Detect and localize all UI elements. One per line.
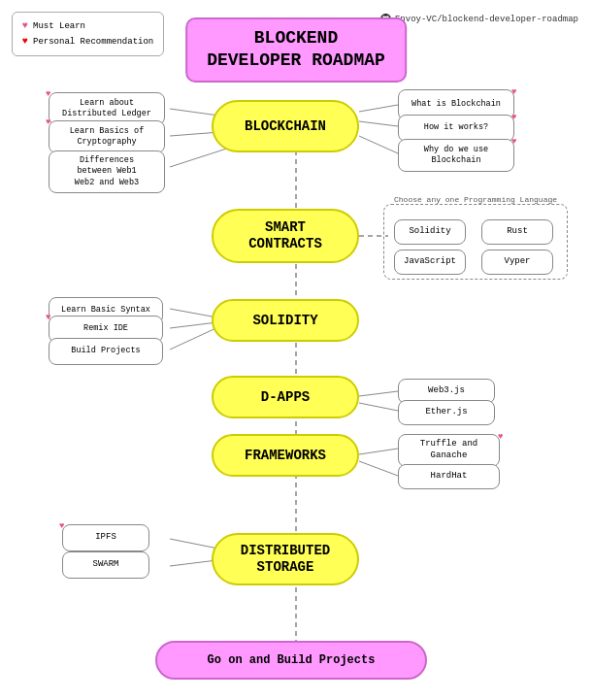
etherjs-node: Ether.js	[398, 400, 495, 425]
title-line1: BLOCKEND	[254, 28, 338, 48]
legend: ♥ Must Learn ♥ Personal Recommendation	[12, 12, 164, 56]
solidity-node: SOLIDITY	[212, 299, 359, 342]
page: ♥ Must Learn ♥ Personal Recommendation E…	[0, 0, 592, 700]
ipfs-node: IPFS	[62, 524, 149, 551]
personal-rec-label: Personal Recommendation	[33, 35, 153, 49]
how-it-works-node: How it works?	[398, 115, 514, 142]
distributed-storage-node: DISTRIBUTEDSTORAGE	[212, 533, 359, 585]
differences-node: Differencesbetween Web1Web2 and Web3	[49, 150, 165, 193]
github-label: Envoy-VC/blockend-developer-roadmap	[395, 15, 578, 24]
rust-lang-node: Rust	[481, 219, 553, 245]
hardhat-node: HardHat	[398, 464, 500, 489]
solidity-lang-node: Solidity	[394, 219, 466, 245]
personal-rec-icon: ♥	[22, 34, 28, 50]
blockchain-node: BLOCKCHAIN	[212, 100, 359, 152]
must-learn-label: Must Learn	[33, 19, 85, 33]
vyper-lang-node: Vyper	[481, 250, 553, 275]
smart-contracts-node: SMARTCONTRACTS	[212, 209, 359, 263]
heart-what-blockchain: ♥	[511, 87, 516, 97]
final-node: Go on and Build Projects	[155, 641, 427, 680]
svg-line-13	[359, 449, 398, 454]
heart-distributed: ♥	[46, 89, 50, 99]
language-choice-box: Choose any one Programming Language Soli…	[383, 204, 568, 280]
heart-why-blockchain: ♥	[511, 137, 516, 147]
svg-line-4	[359, 105, 398, 112]
build-projects-node: Build Projects	[49, 338, 163, 365]
javascript-lang-node: JavaScript	[394, 250, 466, 275]
title-line2: DEVELOPER ROADMAP	[207, 50, 385, 70]
svg-line-11	[359, 391, 398, 396]
github-link[interactable]: Envoy-VC/blockend-developer-roadmap	[380, 14, 578, 24]
why-blockchain-node: Why do we useBlockchain	[398, 139, 514, 172]
language-choice-label: Choose any one Programming Language	[392, 195, 559, 204]
svg-line-5	[359, 121, 398, 126]
swarm-node: SWARM	[62, 551, 149, 579]
dapps-node: D-APPS	[212, 376, 359, 418]
main-title: BLOCKEND DEVELOPER ROADMAP	[185, 17, 407, 83]
heart-ipfs: ♥	[59, 521, 64, 531]
heart-remix: ♥	[46, 313, 50, 322]
svg-line-6	[359, 136, 398, 153]
must-learn-icon: ♥	[22, 18, 28, 34]
heart-how-works: ♥	[511, 113, 516, 122]
svg-line-14	[359, 461, 398, 476]
heart-crypto: ♥	[46, 117, 50, 127]
frameworks-node: FRAMEWORKS	[212, 434, 359, 477]
svg-line-12	[359, 403, 398, 411]
cryptography-node: Learn Basics ofCryptography	[49, 120, 165, 153]
heart-truffle: ♥	[498, 432, 503, 442]
truffle-node: Truffle andGanache	[398, 434, 500, 467]
